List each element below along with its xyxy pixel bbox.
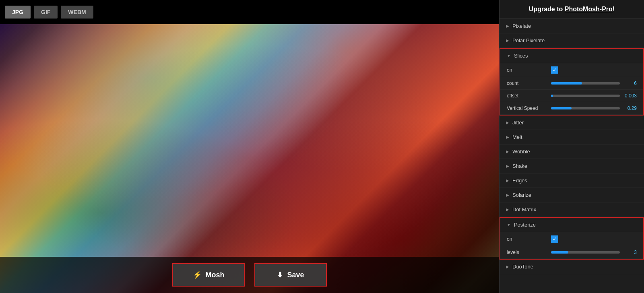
posterize-on-row: on ✓	[500, 232, 643, 246]
effect-name-dot-matrix: Dot Matrix	[512, 206, 536, 213]
slices-count-slider[interactable]: 6	[551, 80, 637, 86]
posterize-levels-row: levels 3	[500, 246, 643, 259]
effect-row-edges[interactable]: ▶ Edges	[500, 173, 644, 188]
slices-offset-track	[551, 95, 620, 97]
chevron-right-icon: ▶	[506, 164, 509, 168]
effect-name-wobble: Wobble	[512, 149, 530, 155]
chevron-down-icon: ▼	[507, 54, 511, 58]
slices-header[interactable]: ▼ Slices	[500, 49, 643, 63]
slices-section: ▼ Slices on ✓ count 6 offset	[500, 48, 644, 116]
effect-row-jitter[interactable]: ▶ Jitter	[500, 116, 644, 130]
effect-name-edges: Edges	[512, 177, 527, 184]
slices-vspeed-track	[551, 107, 620, 109]
posterize-on-checkbox[interactable]: ✓	[551, 235, 558, 243]
posterize-on-label: on	[507, 236, 551, 242]
effect-row-shake[interactable]: ▶ Shake	[500, 159, 644, 173]
posterize-on-input: ✓	[551, 235, 637, 243]
format-jpg-button[interactable]: JPG	[5, 6, 31, 19]
posterize-levels-value: 3	[622, 250, 637, 255]
slices-vspeed-row: Vertical Speed 0.29	[500, 102, 643, 115]
lightning-icon: ⚡	[193, 270, 202, 279]
posterize-levels-track	[551, 251, 620, 254]
mosh-button[interactable]: ⚡ Mosh	[172, 263, 245, 287]
upgrade-text: Upgrade to PhotoMosh-Pro!	[529, 6, 615, 12]
format-toolbar: JPG GIF WEBM	[0, 0, 499, 24]
slices-vspeed-label: Vertical Speed	[507, 105, 551, 111]
effect-name-shake: Shake	[512, 163, 527, 169]
slices-offset-value: 0.003	[622, 93, 637, 99]
save-button[interactable]: ⬇ Save	[254, 263, 327, 287]
left-panel: JPG GIF WEBM ⚡ Mosh ⬇ Save	[0, 0, 499, 293]
slices-vspeed-fill	[551, 107, 572, 109]
right-panel: Upgrade to PhotoMosh-Pro! ▶ Pixelate ▶ P…	[499, 0, 644, 293]
canvas-area: ⚡ Mosh ⬇ Save	[0, 24, 499, 293]
slices-count-fill	[551, 82, 582, 85]
posterize-levels-slider[interactable]: 3	[551, 250, 637, 255]
slices-count-value: 6	[622, 80, 637, 86]
save-label: Save	[287, 271, 304, 279]
slices-on-row: on ✓	[500, 63, 643, 77]
slices-on-input: ✓	[551, 66, 637, 74]
slices-offset-label: offset	[507, 93, 551, 99]
slices-vspeed-value: 0.29	[622, 105, 637, 111]
format-webm-button[interactable]: WEBM	[61, 6, 93, 19]
posterize-levels-fill	[551, 251, 568, 254]
format-gif-button[interactable]: GIF	[34, 6, 58, 19]
slices-vspeed-slider[interactable]: 0.29	[551, 105, 637, 111]
chevron-right-icon: ▶	[506, 38, 509, 43]
slices-offset-slider[interactable]: 0.003	[551, 93, 637, 99]
slices-on-label: on	[507, 67, 551, 73]
effect-name-melt: Melt	[512, 134, 522, 140]
effect-row-solarize[interactable]: ▶ Solarize	[500, 188, 644, 202]
slices-on-checkbox[interactable]: ✓	[551, 66, 558, 74]
action-bar: ⚡ Mosh ⬇ Save	[0, 257, 499, 293]
slices-offset-row: offset 0.003	[500, 90, 643, 102]
effect-row-wobble[interactable]: ▶ Wobble	[500, 144, 644, 159]
chevron-right-icon: ▶	[506, 178, 509, 183]
effect-row-polar-pixelate[interactable]: ▶ Polar Pixelate	[500, 33, 644, 48]
effect-row-dot-matrix[interactable]: ▶ Dot Matrix	[500, 202, 644, 217]
chevron-right-icon: ▶	[506, 193, 509, 197]
slices-count-track	[551, 82, 620, 85]
posterize-header[interactable]: ▼ Posterize	[500, 218, 643, 232]
chevron-right-icon: ▶	[506, 135, 509, 139]
chevron-down-icon: ▼	[507, 223, 511, 227]
posterize-section: ▼ Posterize on ✓ levels 3	[500, 217, 644, 260]
effect-row-duotone[interactable]: ▶ DuoTone	[500, 260, 644, 274]
posterize-label: Posterize	[514, 222, 536, 228]
effect-row-melt[interactable]: ▶ Melt	[500, 130, 644, 144]
chevron-right-icon: ▶	[506, 24, 509, 28]
upgrade-header: Upgrade to PhotoMosh-Pro!	[500, 0, 644, 19]
canvas-overlay	[0, 24, 499, 293]
slices-count-label: count	[507, 80, 551, 86]
effect-name-pixelate: Pixelate	[512, 23, 531, 29]
effect-row-pixelate[interactable]: ▶ Pixelate	[500, 19, 644, 33]
effect-name-duotone: DuoTone	[512, 264, 533, 270]
chevron-right-icon: ▶	[506, 120, 509, 125]
chevron-right-icon: ▶	[506, 264, 509, 269]
chevron-right-icon: ▶	[506, 207, 509, 212]
effect-name-jitter: Jitter	[512, 120, 524, 126]
effect-name-solarize: Solarize	[512, 192, 531, 198]
slices-label: Slices	[514, 53, 528, 59]
posterize-levels-label: levels	[507, 250, 551, 255]
effect-name-polar-pixelate: Polar Pixelate	[512, 37, 545, 43]
chevron-right-icon: ▶	[506, 149, 509, 154]
download-icon: ⬇	[277, 270, 283, 279]
canvas-image	[0, 24, 499, 293]
slices-count-row: count 6	[500, 77, 643, 90]
slices-offset-fill	[551, 95, 553, 97]
mosh-label: Mosh	[206, 271, 225, 279]
